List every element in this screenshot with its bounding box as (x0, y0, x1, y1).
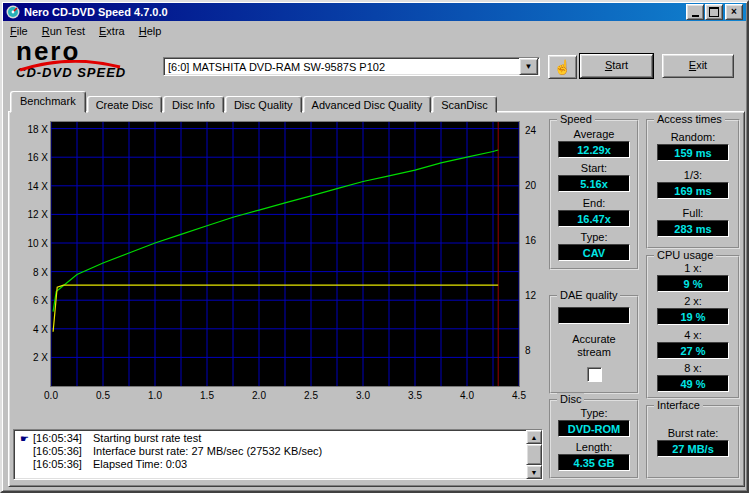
one-third-label: 1/3: (648, 169, 738, 181)
cpu-8x-label: 8 x: (648, 362, 738, 374)
menu-bar: File Run Test Extra Help (3, 22, 746, 40)
scrollbar-thumb[interactable] (526, 444, 542, 465)
disc-length-value: 4.35 GB (558, 454, 630, 471)
minimize-button[interactable] (686, 4, 704, 20)
x-tick: 1.0 (148, 390, 162, 401)
close-icon: × (731, 7, 737, 17)
hand-pointer-icon: ☝ (554, 59, 571, 75)
y-tick: 4 X (33, 324, 48, 335)
tab-disc-info[interactable]: Disc Info (163, 96, 224, 113)
dae-quality-panel: DAE quality Accurate stream (549, 295, 639, 394)
menu-help[interactable]: Help (132, 23, 169, 39)
cpu-2x-label: 2 x: (648, 295, 738, 307)
average-speed-value: 12.29x (558, 141, 630, 158)
start-button[interactable]: Start (580, 54, 653, 78)
logo-swoosh (18, 60, 122, 72)
x-tick: 0.5 (96, 390, 110, 401)
interface-panel-title: Interface (654, 399, 703, 411)
y-tick: 18 X (27, 124, 48, 135)
log-scrollbar[interactable]: ▲ ▼ (526, 430, 542, 479)
log-entry: [16:05:36] Elapsed Time: 0:03 (14, 458, 542, 471)
end-label: End: (551, 197, 637, 209)
tab-scandisc[interactable]: ScanDisc (432, 96, 496, 113)
one-third-access-value: 169 ms (657, 182, 729, 199)
full-label: Full: (648, 207, 738, 219)
tab-disc-quality[interactable]: Disc Quality (225, 96, 302, 113)
interface-panel: Interface Burst rate: 27 MB/s (646, 405, 740, 479)
y-tick: 8 X (33, 267, 48, 278)
close-button[interactable]: × (725, 4, 743, 20)
x-tick: 2.0 (252, 390, 266, 401)
full-access-value: 283 ms (657, 220, 729, 237)
end-speed-value: 16.47x (558, 210, 630, 227)
average-label: Average (551, 128, 637, 140)
y-tick: 16 X (27, 152, 48, 163)
tab-strip: Benchmark Create Disc Disc Info Disc Qua… (10, 93, 498, 113)
scroll-down-button[interactable]: ▼ (526, 465, 542, 479)
log-entry: [16:05:36] Interface burst rate: 27 MB/s… (14, 445, 542, 458)
log-text: Elapsed Time: 0:03 (93, 458, 542, 471)
menu-extra[interactable]: Extra (92, 23, 132, 39)
log-entry-icon: ☛ (16, 432, 33, 445)
log-listbox[interactable]: ☛ [16:05:34] Starting burst rate test [1… (13, 429, 543, 480)
log-text: Starting burst rate test (93, 432, 542, 445)
x-tick: 3.5 (408, 390, 422, 401)
cpu-1x-label: 1 x: (648, 262, 738, 274)
y-tick: 20 (525, 180, 536, 191)
y-tick: 10 X (27, 238, 48, 249)
start-label: Start: (551, 162, 637, 174)
random-label: Random: (648, 131, 738, 143)
disc-panel-title: Disc (557, 393, 584, 405)
scroll-up-icon: ▲ (531, 434, 538, 441)
y-tick: 6 X (33, 295, 48, 306)
cpu-1x-value: 9 % (657, 275, 729, 292)
cpu-8x-value: 49 % (657, 375, 729, 392)
x-tick: 4.0 (460, 390, 474, 401)
window-title: Nero CD-DVD Speed 4.7.0.0 (24, 6, 685, 18)
dropdown-arrow-icon[interactable]: ▼ (519, 58, 538, 75)
y-axis-right-labels: 24 20 16 12 8 (523, 122, 547, 386)
benchmark-chart (50, 121, 520, 387)
access-times-panel: Access times Random: 159 ms 1/3: 169 ms … (646, 119, 740, 249)
speed-panel-title: Speed (557, 113, 595, 125)
start-speed-value: 5.16x (558, 175, 630, 192)
app-window: Nero CD-DVD Speed 4.7.0.0 × File Run Tes… (0, 0, 749, 493)
x-axis-labels: 0.0 0.5 1.0 1.5 2.0 2.5 3.0 3.5 4.0 4.5 (51, 390, 519, 402)
accurate-stream-checkbox[interactable] (587, 367, 602, 382)
cpu-usage-panel: CPU usage 1 x: 9 % 2 x: 19 % 4 x: 27 % 8… (646, 255, 740, 399)
maximize-button[interactable] (705, 4, 723, 20)
accurate-stream-label: Accurate stream (559, 333, 629, 359)
disc-panel: Disc Type: DVD-ROM Length: 4.35 GB (549, 399, 639, 479)
nero-logo: nero CD-DVD SPEED (16, 40, 166, 84)
y-tick: 16 (525, 235, 536, 246)
log-time: [16:05:34] (33, 432, 93, 445)
tab-advanced-disc-quality[interactable]: Advanced Disc Quality (303, 96, 432, 113)
tab-benchmark[interactable]: Benchmark (10, 91, 86, 113)
x-tick: 4.5 (512, 390, 526, 401)
exit-button[interactable]: Exit (662, 54, 734, 78)
drive-select[interactable]: [6:0] MATSHITA DVD-RAM SW-9587S P102 ▼ (163, 57, 540, 76)
y-tick: 14 X (27, 181, 48, 192)
y-tick: 12 (525, 290, 536, 301)
x-tick: 3.0 (356, 390, 370, 401)
tab-create-disc[interactable]: Create Disc (87, 96, 162, 113)
dae-quality-value (558, 307, 630, 324)
x-tick: 2.5 (304, 390, 318, 401)
burst-rate-value: 27 MB/s (657, 440, 729, 457)
x-tick: 0.0 (44, 390, 58, 401)
select-hand-button[interactable]: ☝ (548, 55, 577, 79)
y-axis-left-labels: 18 X 16 X 14 X 12 X 10 X 8 X 6 X 4 X 2 X (10, 122, 48, 386)
cpu-4x-label: 4 x: (648, 329, 738, 341)
y-tick: 24 (525, 125, 536, 136)
drive-select-value: [6:0] MATSHITA DVD-RAM SW-9587S P102 (164, 61, 519, 73)
minimize-icon (692, 15, 699, 17)
type-label: Type: (551, 231, 637, 243)
dae-quality-title: DAE quality (557, 289, 620, 301)
scroll-up-button[interactable]: ▲ (526, 430, 542, 444)
random-access-value: 159 ms (657, 144, 729, 161)
title-bar: Nero CD-DVD Speed 4.7.0.0 × (3, 3, 746, 21)
cpu-2x-value: 19 % (657, 308, 729, 325)
disc-type-value: DVD-ROM (558, 420, 630, 437)
speed-panel: Speed Average 12.29x Start: 5.16x End: 1… (549, 119, 639, 270)
cpu-usage-title: CPU usage (654, 249, 716, 261)
